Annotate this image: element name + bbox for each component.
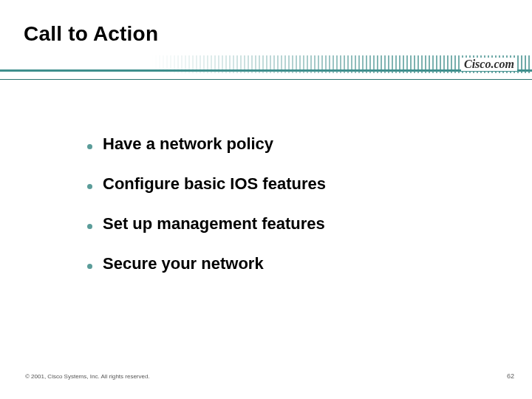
bullet-icon: [87, 144, 92, 149]
list-item: Configure basic IOS features: [87, 174, 471, 194]
bullet-icon: [87, 264, 92, 269]
bullet-list: Have a network policy Configure basic IO…: [87, 134, 471, 294]
header-band: [0, 58, 532, 80]
list-item: Secure your network: [87, 254, 471, 273]
bullet-text: Configure basic IOS features: [103, 174, 326, 194]
page-number: 62: [507, 372, 514, 380]
bullet-icon: [87, 224, 92, 229]
bullet-icon: [87, 184, 92, 189]
list-item: Set up management features: [87, 214, 471, 233]
copyright: © 2001, Cisco Systems, Inc. All rights r…: [25, 373, 150, 380]
brand-logo: Cisco.com: [461, 58, 517, 71]
bullet-text: Secure your network: [103, 254, 264, 273]
list-item: Have a network policy: [87, 134, 471, 154]
bullet-text: Have a network policy: [103, 134, 273, 154]
slide: Call to Action Cisco.com Have a network …: [0, 0, 532, 399]
bullet-text: Set up management features: [103, 214, 325, 233]
slide-title: Call to Action: [24, 22, 158, 46]
